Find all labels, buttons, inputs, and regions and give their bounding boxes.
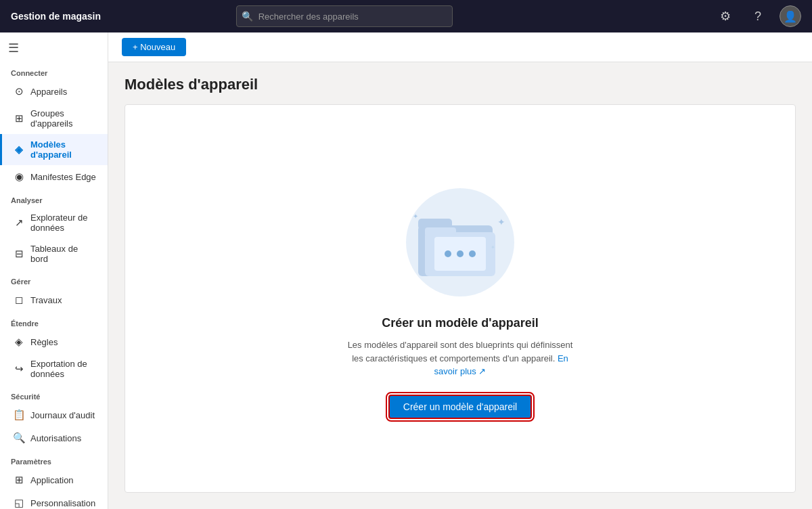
hamburger-button[interactable]: ☰ xyxy=(0,35,108,61)
sidebar-section-gérer: Gérer xyxy=(0,269,108,288)
journaux-icon: 📋 xyxy=(13,409,25,421)
svg-text:✦: ✦ xyxy=(413,213,418,220)
sidebar-item-regles[interactable]: ◈Règles xyxy=(0,330,108,353)
sidebar-section-connecter: Connecter xyxy=(0,61,108,80)
travaux-label: Travaux xyxy=(30,295,62,305)
journaux-label: Journaux d'audit xyxy=(30,410,95,420)
sidebar-item-groupes[interactable]: ⊞Groupes d'appareils xyxy=(0,103,108,134)
autorisations-icon: 🔍 xyxy=(13,432,25,444)
svg-rect-4 xyxy=(425,227,456,237)
sidebar-item-appareils[interactable]: ⊙Appareils xyxy=(0,80,108,103)
explorateur-icon: ↗ xyxy=(13,217,25,229)
sidebar-item-travaux[interactable]: ◻Travaux xyxy=(0,288,108,311)
app-title: Gestion de magasin xyxy=(11,11,101,22)
toolbar: + Nouveau xyxy=(108,32,812,62)
modeles-icon: ◈ xyxy=(13,143,25,156)
manifestes-icon: ◉ xyxy=(13,171,25,183)
explorateur-label: Explorateur de données xyxy=(30,213,97,233)
topbar-actions: ⚙ ? 👤 xyxy=(715,5,801,27)
empty-state-heading: Créer un modèle d'appareil xyxy=(382,316,538,330)
main-content: + Nouveau Modèles d'appareil xyxy=(108,32,812,509)
sidebar-section-analyser: Analyser xyxy=(0,188,108,207)
exportation-icon: ↪ xyxy=(13,363,25,375)
empty-state-description: Les modèles d'appareil sont des blueprin… xyxy=(345,338,575,378)
sidebar-item-autorisations[interactable]: 🔍Autorisations xyxy=(0,426,108,449)
svg-point-8 xyxy=(469,250,476,257)
regles-label: Règles xyxy=(30,337,58,347)
page-title: Modèles d'appareil xyxy=(108,62,812,104)
exportation-label: Exportation de données xyxy=(30,359,97,379)
manifestes-label: Manifestes Edge xyxy=(30,172,96,182)
personnalisation-label: Personnalisation xyxy=(30,498,95,508)
appareils-icon: ⊙ xyxy=(13,85,25,97)
autorisations-label: Autorisations xyxy=(30,433,81,443)
tableaux-icon: ⊟ xyxy=(13,248,25,260)
sidebar-section-sécurité: Sécurité xyxy=(0,384,108,403)
tableaux-label: Tableaux de bord xyxy=(30,244,97,264)
sidebar-item-exportation[interactable]: ↪Exportation de données xyxy=(0,353,108,384)
app-body: ☰ Connecter⊙Appareils⊞Groupes d'appareil… xyxy=(0,32,812,509)
folder-illustration: ✦ ✦ ✦ xyxy=(392,178,528,300)
svg-point-6 xyxy=(445,250,451,257)
sidebar-item-modeles[interactable]: ◈Modèles d'appareil xyxy=(0,134,108,165)
empty-state: ✦ ✦ ✦ Créer un modèle d'appareil Les mod… xyxy=(323,146,597,451)
new-button[interactable]: + Nouveau xyxy=(122,38,186,56)
avatar[interactable]: 👤 xyxy=(780,5,801,27)
svg-point-7 xyxy=(457,250,464,257)
modeles-label: Modèles d'appareil xyxy=(30,139,97,160)
content-area: ✦ ✦ ✦ Créer un modèle d'appareil Les mod… xyxy=(125,104,796,493)
create-model-button[interactable]: Créer un modèle d'appareil xyxy=(388,395,532,419)
sidebar-item-tableaux[interactable]: ⊟Tableaux de bord xyxy=(0,238,108,269)
sidebar-item-explorateur[interactable]: ↗Explorateur de données xyxy=(0,207,108,238)
settings-button[interactable]: ⚙ xyxy=(715,5,736,27)
travaux-icon: ◻ xyxy=(13,294,25,306)
personnalisation-icon: ◱ xyxy=(13,497,25,509)
sidebar-section-étendre: Étendre xyxy=(0,311,108,330)
svg-text:✦: ✦ xyxy=(497,217,505,227)
help-button[interactable]: ? xyxy=(747,5,769,27)
sidebar-item-personnalisation[interactable]: ◱Personnalisation xyxy=(0,491,108,509)
topbar: Gestion de magasin 🔍 ⚙ ? 👤 xyxy=(0,0,812,32)
regles-icon: ◈ xyxy=(13,336,25,348)
application-label: Application xyxy=(30,475,74,485)
sidebar-item-application[interactable]: ⊞Application xyxy=(0,468,108,491)
sidebar-item-journaux[interactable]: 📋Journaux d'audit xyxy=(0,403,108,426)
groupes-icon: ⊞ xyxy=(13,112,25,125)
search-icon: 🔍 xyxy=(242,11,253,22)
application-icon: ⊞ xyxy=(13,474,25,486)
search-container: 🔍 xyxy=(236,5,453,27)
sidebar-item-manifestes[interactable]: ◉Manifestes Edge xyxy=(0,165,108,188)
svg-text:✦: ✦ xyxy=(491,244,495,250)
appareils-label: Appareils xyxy=(30,87,67,97)
sidebar: ☰ Connecter⊙Appareils⊞Groupes d'appareil… xyxy=(0,32,108,509)
search-input[interactable] xyxy=(236,5,453,27)
groupes-label: Groupes d'appareils xyxy=(30,108,97,129)
sidebar-section-paramètres: Paramètres xyxy=(0,449,108,468)
